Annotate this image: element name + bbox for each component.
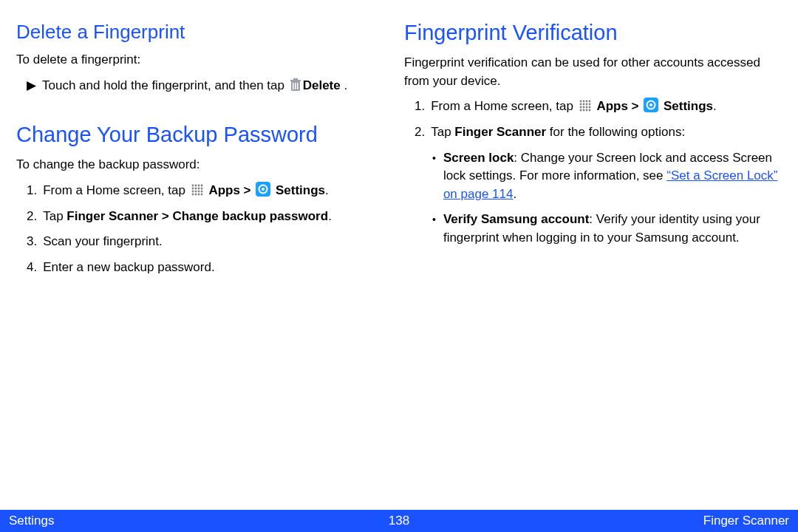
- svg-point-43: [649, 103, 652, 106]
- svg-point-6: [191, 185, 194, 187]
- step-row: ▶ Touch and hold the fingerprint, and th…: [16, 77, 394, 95]
- step-number: 2.: [27, 208, 37, 226]
- step-row: 1. From a Home screen, tap Apps > Settin…: [16, 182, 394, 200]
- apps-label: Apps: [596, 99, 628, 113]
- svg-point-11: [194, 188, 197, 190]
- step-content: Touch and hold the fingerprint, and then…: [42, 77, 394, 95]
- gt-separator: >: [628, 99, 642, 113]
- step-row: 1. From a Home screen, tap Apps > Settin…: [404, 98, 782, 116]
- svg-point-21: [200, 194, 202, 196]
- svg-point-24: [262, 188, 265, 191]
- screen-lock-label: Screen lock: [443, 151, 514, 165]
- gt-separator: >: [240, 183, 254, 197]
- apps-label: Apps: [208, 183, 240, 197]
- footer-page-number: 138: [389, 514, 409, 528]
- bullet-row: • Screen lock: Change your Screen lock a…: [404, 149, 782, 204]
- step-text: From a Home screen, tap: [43, 183, 188, 197]
- heading-delete-fingerprint: Delete a Fingerprint: [16, 21, 394, 44]
- svg-point-38: [582, 109, 584, 112]
- manual-page: Delete a Fingerprint To delete a fingerp…: [0, 0, 798, 532]
- svg-point-34: [582, 106, 584, 109]
- svg-point-25: [579, 100, 582, 103]
- svg-point-19: [194, 194, 197, 196]
- bullet-marker-icon: •: [432, 211, 436, 227]
- footer-section-label: Settings: [9, 514, 389, 528]
- step-content: Tap Finger Scanner for the following opt…: [431, 123, 782, 142]
- finger-scanner-path: Finger Scanner > Change backup password: [66, 209, 328, 223]
- finger-scanner-label: Finger Scanner: [454, 125, 546, 139]
- right-column: Fingerprint Verification Fingerprint ver…: [404, 21, 782, 284]
- step-text-post: .: [328, 209, 332, 223]
- step-text: Tap: [431, 125, 454, 139]
- bullet-content: Screen lock: Change your Screen lock and…: [443, 149, 782, 204]
- svg-rect-3: [297, 83, 299, 89]
- bullet-marker-icon: •: [432, 149, 436, 166]
- svg-point-28: [588, 100, 590, 103]
- step-text-post: .: [341, 78, 347, 92]
- trash-icon: [290, 78, 301, 92]
- svg-rect-5: [293, 78, 298, 80]
- triangle-marker-icon: ▶: [27, 77, 36, 95]
- apps-grid-icon: [579, 99, 592, 112]
- page-footer: Settings 138 Finger Scanner: [0, 510, 798, 532]
- step-content: From a Home screen, tap Apps > Settings.: [43, 182, 394, 200]
- intro-text: To change the backup password:: [16, 156, 394, 174]
- svg-point-15: [194, 191, 197, 193]
- svg-point-30: [582, 103, 584, 106]
- heading-change-backup-password: Change Your Backup Password: [16, 123, 394, 147]
- step-text-post: .: [325, 183, 329, 197]
- svg-point-10: [191, 188, 194, 190]
- settings-gear-icon: [644, 98, 658, 112]
- step-text-post: .: [713, 99, 717, 113]
- svg-point-14: [191, 191, 194, 193]
- step-row: 2. Tap Finger Scanner > Change backup pa…: [16, 208, 394, 226]
- svg-point-16: [197, 191, 200, 193]
- step-number: 3.: [27, 233, 37, 251]
- svg-rect-2: [295, 83, 296, 89]
- footer-topic-label: Finger Scanner: [409, 514, 789, 528]
- step-content: Tap Finger Scanner > Change backup passw…: [43, 208, 394, 226]
- settings-label: Settings: [276, 183, 325, 197]
- step-number: 2.: [415, 123, 425, 142]
- svg-point-20: [197, 194, 200, 196]
- svg-point-13: [200, 188, 202, 190]
- step-text: Tap: [43, 209, 66, 223]
- section-delete-fingerprint: Delete a Fingerprint To delete a fingerp…: [16, 21, 394, 102]
- svg-point-31: [585, 103, 587, 106]
- step-content: Enter a new backup password.: [43, 259, 394, 277]
- step-text: Touch and hold the fingerprint, and then…: [42, 78, 288, 92]
- svg-point-26: [582, 100, 584, 103]
- step-text-post: for the following options:: [546, 125, 685, 139]
- settings-gear-icon: [256, 182, 270, 197]
- delete-label: Delete: [303, 78, 341, 92]
- step-content: From a Home screen, tap Apps > Settings.: [431, 98, 782, 116]
- step-row: 3. Scan your fingerprint.: [16, 233, 394, 251]
- step-row: 2. Tap Finger Scanner for the following …: [404, 123, 782, 142]
- svg-point-9: [200, 185, 202, 187]
- bullet-content: Verify Samsung account: Verify your iden…: [443, 211, 782, 247]
- svg-point-36: [588, 106, 590, 109]
- svg-point-29: [579, 103, 582, 106]
- intro-text: To delete a fingerprint:: [16, 51, 394, 69]
- svg-rect-1: [293, 83, 294, 89]
- step-text: From a Home screen, tap: [431, 99, 576, 113]
- two-column-layout: Delete a Fingerprint To delete a fingerp…: [0, 0, 798, 284]
- svg-point-8: [197, 185, 200, 187]
- heading-fingerprint-verification: Fingerprint Verification: [404, 21, 782, 45]
- svg-point-12: [197, 188, 200, 190]
- svg-rect-4: [290, 80, 301, 81]
- left-column: Delete a Fingerprint To delete a fingerp…: [16, 21, 394, 284]
- apps-grid-icon: [191, 183, 204, 197]
- step-content: Scan your fingerprint.: [43, 233, 394, 251]
- svg-point-37: [579, 109, 582, 112]
- svg-point-35: [585, 106, 587, 109]
- verify-samsung-label: Verify Samsung account: [443, 212, 589, 226]
- bullet-row: • Verify Samsung account: Verify your id…: [404, 211, 782, 247]
- settings-label: Settings: [664, 99, 713, 113]
- step-number: 1.: [27, 182, 37, 200]
- svg-point-7: [194, 185, 197, 187]
- svg-point-17: [200, 191, 202, 193]
- step-number: 4.: [27, 259, 37, 277]
- svg-point-32: [588, 103, 590, 106]
- step-row: 4. Enter a new backup password.: [16, 259, 394, 277]
